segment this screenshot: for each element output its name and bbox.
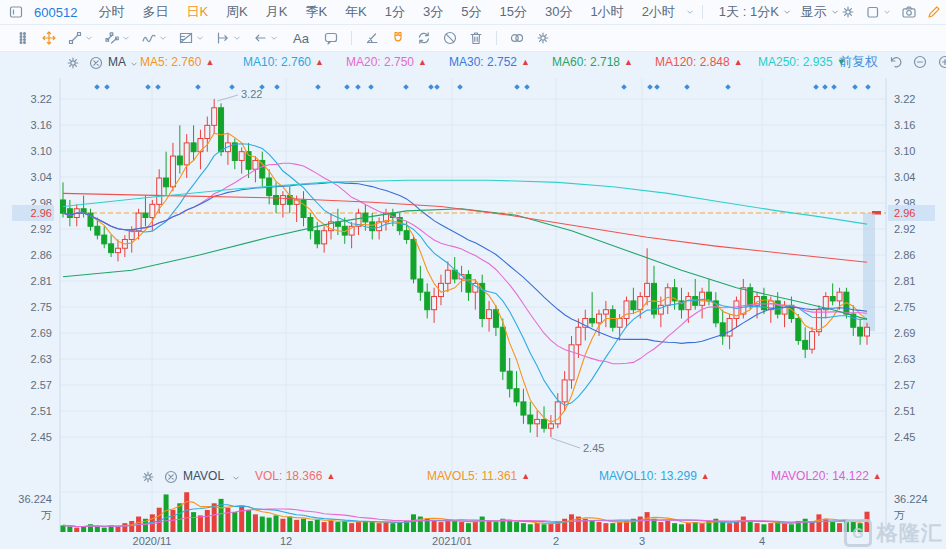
trendline-tool-icon[interactable] [67, 30, 83, 46]
legend-item: MA5: 2.760▲ [140, 55, 214, 69]
undo-icon[interactable] [887, 54, 903, 70]
channel-tool-icon[interactable] [104, 30, 120, 46]
chevron-down-icon[interactable] [685, 7, 695, 17]
legend-item: MA20: 2.750▲ [346, 55, 427, 69]
indicator-settings-icon[interactable] [65, 55, 81, 71]
zoom-in-icon[interactable] [937, 54, 946, 70]
svg-text:36.224: 36.224 [894, 493, 928, 505]
ray-tool-icon[interactable] [215, 30, 231, 46]
svg-text:2.86: 2.86 [894, 249, 915, 261]
tab-年K[interactable]: 年K [336, 3, 376, 21]
note-tool-icon[interactable] [323, 30, 339, 46]
svg-text:3.16: 3.16 [894, 119, 915, 131]
indicator-close-icon[interactable] [163, 469, 179, 485]
tab-1小时[interactable]: 1小时 [581, 3, 632, 21]
screenshot-icon[interactable] [901, 4, 917, 20]
stock-code[interactable]: 600512 [24, 5, 89, 20]
up-arrow-icon: ▲ [205, 57, 214, 67]
chevron-down-icon[interactable] [232, 33, 242, 43]
tab-3分[interactable]: 3分 [414, 3, 452, 21]
tab-2小时[interactable]: 2小时 [633, 3, 684, 21]
indicator-name[interactable]: MAVOL [183, 469, 224, 483]
delete-drawings-icon[interactable] [468, 30, 484, 46]
legend-item: MA10: 2.760▲ [243, 55, 324, 69]
candlestick-chart[interactable]: 3.223.223.163.163.103.103.043.042.982.98… [0, 0, 946, 549]
display-menu[interactable]: 显示 [792, 3, 829, 21]
svg-text:2.51: 2.51 [31, 405, 52, 417]
tab-日K[interactable]: 日K [177, 3, 217, 21]
drawing-settings-icon[interactable] [535, 30, 551, 46]
svg-text:2.57: 2.57 [894, 379, 915, 391]
angle-tool-icon[interactable] [364, 30, 380, 46]
toolbar-divider [702, 5, 703, 19]
top-toolbar: 600512 分时多日日K周K月K季K年K1分3分5分15分30分1小时2小时 … [0, 0, 946, 25]
tab-月K[interactable]: 月K [257, 3, 297, 21]
fibonacci-tool-icon[interactable] [178, 30, 194, 46]
layout-icon[interactable] [865, 4, 881, 20]
chevron-down-icon[interactable] [269, 33, 279, 43]
chart-settings-icon[interactable] [840, 4, 856, 20]
magnet-tool-icon[interactable] [390, 30, 406, 46]
legend-item: MAVOL10: 13.299▲ [599, 469, 710, 483]
hide-drawings-icon[interactable] [442, 30, 458, 46]
tab-季K[interactable]: 季K [296, 3, 336, 21]
chevron-down-icon[interactable] [158, 33, 168, 43]
svg-text:2.96: 2.96 [894, 207, 915, 219]
svg-text:3.04: 3.04 [31, 171, 52, 183]
grip-handle-icon[interactable] [15, 30, 31, 46]
window-icon[interactable] [8, 4, 24, 20]
svg-text:2.69: 2.69 [894, 327, 915, 339]
indicator-close-icon[interactable] [88, 55, 104, 71]
svg-text:2.81: 2.81 [894, 275, 915, 287]
svg-text:3.22: 3.22 [241, 88, 262, 100]
replay-tool-icon[interactable] [416, 30, 432, 46]
tab-周K[interactable]: 周K [217, 3, 257, 21]
svg-text:3.04: 3.04 [894, 171, 915, 183]
up-arrow-icon: ▲ [624, 57, 633, 67]
period-display[interactable]: 1天 : 1分K [710, 3, 781, 21]
chevron-down-icon[interactable] [882, 7, 892, 17]
chevron-down-icon[interactable] [830, 7, 840, 17]
indicator-name[interactable]: MA [108, 55, 126, 69]
text-tool-button[interactable]: Aa [289, 31, 313, 46]
svg-text:2.75: 2.75 [894, 301, 915, 313]
tab-多日[interactable]: 多日 [133, 3, 177, 21]
chevron-down-icon[interactable] [195, 33, 205, 43]
svg-text:36.224: 36.224 [18, 493, 52, 505]
tab-15分[interactable]: 15分 [490, 3, 535, 21]
svg-text:2021/01: 2021/01 [432, 535, 472, 547]
svg-text:12: 12 [280, 535, 292, 547]
chevron-down-icon[interactable] [84, 33, 94, 43]
draw-icon[interactable] [926, 4, 942, 20]
tab-30分[interactable]: 30分 [536, 3, 581, 21]
chevron-down-icon[interactable] [782, 7, 792, 17]
arrow-tool-icon[interactable] [252, 30, 268, 46]
zoom-out-icon[interactable] [912, 54, 928, 70]
tab-分时[interactable]: 分时 [89, 3, 133, 21]
svg-text:3.22: 3.22 [31, 93, 52, 105]
up-arrow-icon: ▲ [521, 471, 530, 481]
chevron-down-icon[interactable] [231, 473, 241, 483]
svg-text:3.10: 3.10 [894, 145, 915, 157]
up-arrow-icon: ▲ [873, 471, 882, 481]
wave-tool-icon[interactable] [141, 30, 157, 46]
tab-1分[interactable]: 1分 [376, 3, 414, 21]
link-charts-icon[interactable] [509, 30, 525, 46]
chevron-down-icon[interactable] [129, 59, 139, 69]
legend-item: MAVOL5: 11.361▲ [427, 469, 530, 483]
svg-text:2: 2 [553, 535, 559, 547]
tab-5分[interactable]: 5分 [452, 3, 490, 21]
indicator-settings-icon[interactable] [140, 469, 156, 485]
adjust-mode-button[interactable]: 前复权 [839, 53, 878, 71]
up-arrow-icon: ▲ [315, 57, 324, 67]
legend-item: MA250: 2.935▼ [758, 55, 846, 69]
mavol-legend: MAVOL VOL: 18.366▲MAVOL5: 11.361▲MAVOL10… [0, 469, 946, 487]
drawing-toolbar: Aa [0, 25, 946, 52]
svg-text:2.92: 2.92 [31, 223, 52, 235]
svg-text:2.51: 2.51 [894, 405, 915, 417]
chevron-down-icon[interactable] [121, 33, 131, 43]
svg-text:2.69: 2.69 [31, 327, 52, 339]
svg-text:3.16: 3.16 [31, 119, 52, 131]
svg-text:3.10: 3.10 [31, 145, 52, 157]
move-tool-icon[interactable] [41, 30, 57, 46]
